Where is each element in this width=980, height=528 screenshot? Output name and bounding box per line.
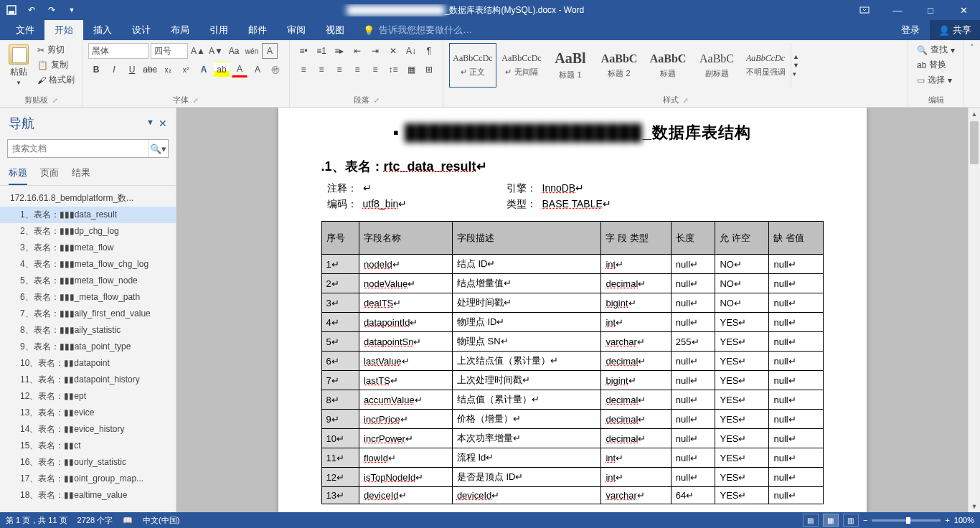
font-color-icon[interactable]: A <box>232 62 248 77</box>
status-words[interactable]: 2728 个字 <box>77 515 113 526</box>
replace-button[interactable]: ab替换 <box>914 58 958 72</box>
scroll-up-icon[interactable]: ▲ <box>969 108 980 120</box>
zoom-level[interactable]: 100% <box>954 516 974 524</box>
nav-tab-results[interactable]: 结果 <box>72 166 90 185</box>
strike-button[interactable]: abc <box>142 62 158 77</box>
text-effects-icon[interactable]: A <box>196 62 212 77</box>
style-标题 1[interactable]: AaBl标题 1 <box>547 43 594 88</box>
style-副标题[interactable]: AaBbC副标题 <box>693 43 740 88</box>
format-painter-button[interactable]: 🖌格式刷 <box>36 73 76 87</box>
grow-font-icon[interactable]: A▲ <box>190 43 206 59</box>
subscript-button[interactable]: x₂ <box>160 62 176 77</box>
search-input[interactable] <box>8 140 148 157</box>
minimize-icon[interactable]: — <box>881 0 914 20</box>
font-name-combo[interactable]: 黑体 <box>88 43 149 59</box>
paste-button[interactable]: 粘贴 ▼ <box>6 43 32 88</box>
nav-item[interactable]: 3、表名：▮▮▮meta_flow <box>0 240 176 256</box>
tab-design[interactable]: 设计 <box>122 20 161 40</box>
align-right-icon[interactable]: ≡ <box>331 62 347 77</box>
highlight-icon[interactable]: ab <box>214 62 230 77</box>
tab-review[interactable]: 审阅 <box>277 20 316 40</box>
style-不明显强调[interactable]: AaBbCcDc不明显强调 <box>742 43 789 88</box>
bullets-icon[interactable]: ≡• <box>296 43 311 59</box>
multilevel-icon[interactable]: ≡▸ <box>331 43 347 59</box>
font-launcher-icon[interactable]: ⤢ <box>189 97 199 104</box>
bold-button[interactable]: B <box>88 62 104 77</box>
show-marks-icon[interactable]: ¶ <box>421 43 437 59</box>
undo-icon[interactable]: ↶ <box>24 3 39 17</box>
web-layout-icon[interactable]: ▥ <box>843 514 859 527</box>
login-button[interactable]: 登录 <box>891 20 930 40</box>
qat-customize-icon[interactable]: ▼ <box>65 3 79 17</box>
nav-item[interactable]: 1、表名：▮▮▮data_result <box>0 207 176 223</box>
nav-item[interactable]: 17、表名：▮▮oint_group_map... <box>0 471 176 487</box>
underline-button[interactable]: U <box>124 62 140 77</box>
align-left-icon[interactable]: ≡ <box>296 62 311 77</box>
tab-layout[interactable]: 布局 <box>161 20 199 40</box>
indent-inc-icon[interactable]: ⇥ <box>367 43 383 59</box>
enclosed-char-icon[interactable]: ㊕ <box>268 62 283 77</box>
nav-close-icon[interactable]: ✕ <box>159 118 167 129</box>
styles-up-icon[interactable]: ▲ <box>793 53 804 60</box>
nav-item[interactable]: 5、表名：▮▮▮meta_flow_node <box>0 273 176 289</box>
read-mode-icon[interactable]: ▤ <box>803 514 819 527</box>
find-button[interactable]: 🔍查找 ▾ <box>914 43 958 57</box>
borders-icon[interactable]: ⊞ <box>421 62 437 77</box>
tab-file[interactable]: 文件 <box>6 20 44 40</box>
vertical-scrollbar[interactable]: ▲ ▼ <box>968 108 980 512</box>
superscript-button[interactable]: x² <box>178 62 194 77</box>
ribbon-options-icon[interactable] <box>848 0 881 20</box>
styles-more-icon[interactable]: ▾ <box>793 70 804 77</box>
close-icon[interactable]: ✕ <box>947 0 980 20</box>
zoom-slider[interactable] <box>872 519 941 522</box>
nav-item[interactable]: 16、表名：▮▮ourly_statistic <box>0 454 176 471</box>
shading-icon[interactable]: ▦ <box>403 62 419 77</box>
nav-item[interactable]: 14、表名：▮▮evice_history <box>0 421 176 438</box>
italic-button[interactable]: I <box>106 62 122 77</box>
numbering-icon[interactable]: ≡1 <box>314 43 329 59</box>
tab-references[interactable]: 引用 <box>199 20 238 40</box>
style-↵ 正文[interactable]: AaBbCcDc↵ 正文 <box>449 43 496 88</box>
zoom-out-icon[interactable]: − <box>863 516 867 524</box>
collapse-ribbon-icon[interactable]: ˄ <box>970 43 974 52</box>
nav-item[interactable]: 172.16.61.8_bemdplatform_数... <box>0 190 176 207</box>
styles-down-icon[interactable]: ▼ <box>793 62 804 69</box>
nav-item[interactable]: 4、表名：▮▮▮meta_flow_chg_log <box>0 256 176 273</box>
style-↵ 无间隔[interactable]: AaBbCcDc↵ 无间隔 <box>498 43 545 88</box>
align-center-icon[interactable]: ≡ <box>314 62 329 77</box>
nav-item[interactable]: 7、表名：▮▮▮aily_first_end_value <box>0 306 176 322</box>
nav-item[interactable]: 6、表名：▮▮▮_meta_flow_path <box>0 289 176 306</box>
clipboard-launcher-icon[interactable]: ⤢ <box>48 97 58 104</box>
tab-home[interactable]: 开始 <box>44 20 83 40</box>
redo-icon[interactable]: ↷ <box>44 3 59 17</box>
copy-button[interactable]: 📋复制 <box>36 58 76 72</box>
nav-item[interactable]: 13、表名：▮▮evice <box>0 405 176 421</box>
nav-item[interactable]: 12、表名：▮▮ept <box>0 388 176 405</box>
tell-me[interactable]: 💡告诉我您想要做什么… <box>354 24 472 37</box>
nav-item[interactable]: 9、表名：▮▮▮ata_point_type <box>0 339 176 355</box>
sort-icon[interactable]: A↓ <box>403 43 419 59</box>
status-page[interactable]: 第 1 页，共 11 页 <box>6 515 67 526</box>
maximize-icon[interactable]: □ <box>914 0 947 20</box>
distribute-icon[interactable]: ≡ <box>367 62 383 77</box>
styles-launcher-icon[interactable]: ⤢ <box>679 97 689 104</box>
asian-layout-icon[interactable]: ✕ <box>385 43 401 59</box>
save-icon[interactable] <box>4 3 19 17</box>
line-spacing-icon[interactable]: ↕≡ <box>385 62 401 77</box>
nav-item[interactable]: 10、表名：▮▮datapoint <box>0 355 176 372</box>
char-border-icon[interactable]: A <box>262 43 278 59</box>
tab-insert[interactable]: 插入 <box>83 20 122 40</box>
document-area[interactable]: ▪ ████████████████████_数据库表结构 .1、表名：rtc_… <box>176 108 968 512</box>
select-button[interactable]: ▭选择 ▾ <box>914 73 958 87</box>
print-layout-icon[interactable]: ▦ <box>823 514 839 527</box>
font-size-combo[interactable]: 四号 <box>151 43 188 59</box>
nav-tab-headings[interactable]: 标题 <box>9 166 27 185</box>
nav-item[interactable]: 15、表名：▮▮ct <box>0 438 176 454</box>
shrink-font-icon[interactable]: A▼ <box>208 43 224 59</box>
indent-dec-icon[interactable]: ⇤ <box>349 43 365 59</box>
justify-icon[interactable]: ≡ <box>349 62 365 77</box>
tab-view[interactable]: 视图 <box>316 20 354 40</box>
phonetic-guide-icon[interactable]: wén <box>244 43 260 59</box>
cut-button[interactable]: ✂剪切 <box>36 43 76 57</box>
status-language[interactable]: 中文(中国) <box>143 515 179 526</box>
